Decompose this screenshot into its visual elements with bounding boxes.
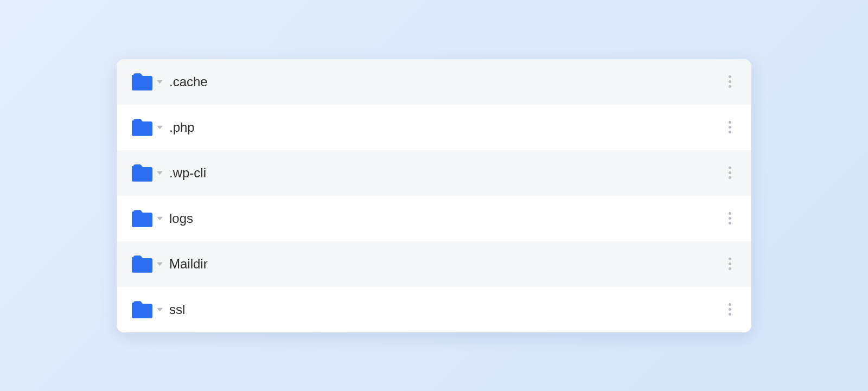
folder-icon <box>132 209 152 228</box>
file-row[interactable]: ssl <box>117 287 751 332</box>
folder-name[interactable]: .wp-cli <box>169 165 723 181</box>
folder-icon <box>132 164 152 182</box>
file-row[interactable]: .php <box>117 105 751 150</box>
kebab-menu-button[interactable] <box>723 121 736 134</box>
folder-icon <box>132 73 152 91</box>
file-row[interactable]: .wp-cli <box>117 150 751 196</box>
kebab-menu-button[interactable] <box>723 303 736 316</box>
expand-caret-icon[interactable] <box>157 307 163 312</box>
folder-name[interactable]: logs <box>169 211 723 226</box>
kebab-menu-button[interactable] <box>723 258 736 271</box>
kebab-menu-button[interactable] <box>723 75 736 88</box>
file-row[interactable]: logs <box>117 196 751 241</box>
kebab-menu-button[interactable] <box>723 212 736 225</box>
folder-name[interactable]: Maildir <box>169 257 723 272</box>
folder-icon <box>132 255 152 273</box>
expand-caret-icon[interactable] <box>157 125 163 130</box>
kebab-menu-button[interactable] <box>723 166 736 180</box>
folder-icon <box>132 300 152 319</box>
file-row[interactable]: Maildir <box>117 241 751 287</box>
folder-name[interactable]: ssl <box>169 302 723 317</box>
folder-icon <box>132 118 152 137</box>
expand-caret-icon[interactable] <box>157 216 163 221</box>
expand-caret-icon[interactable] <box>157 171 163 175</box>
file-row[interactable]: .cache <box>117 59 751 105</box>
file-list-panel: .cache .php .wp-cli <box>117 59 751 332</box>
folder-name[interactable]: .php <box>169 120 723 135</box>
folder-name[interactable]: .cache <box>169 74 723 89</box>
expand-caret-icon[interactable] <box>157 262 163 266</box>
expand-caret-icon[interactable] <box>157 80 163 84</box>
